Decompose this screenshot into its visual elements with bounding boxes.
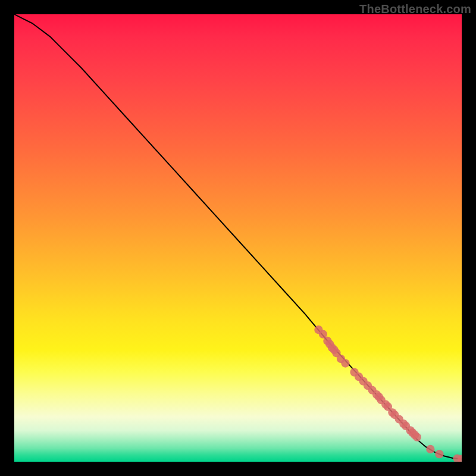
data-point [435, 450, 443, 458]
bottleneck-curve [14, 14, 462, 459]
data-point [341, 359, 349, 367]
data-point [426, 445, 434, 453]
chart-overlay [14, 14, 462, 462]
data-point-group [314, 325, 462, 462]
data-point [413, 433, 421, 441]
chart-frame: TheBottleneck.com [0, 0, 476, 476]
plot-area [14, 14, 462, 462]
attribution-text: TheBottleneck.com [359, 2, 471, 16]
